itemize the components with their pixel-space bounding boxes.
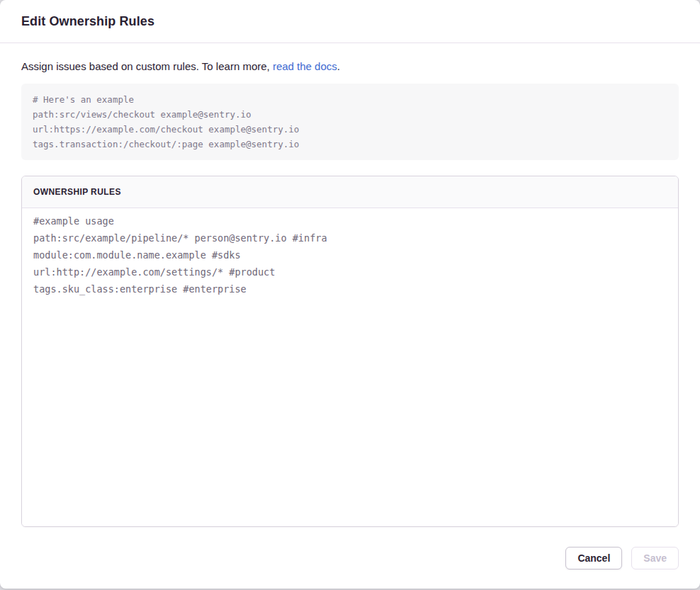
dialog-body: Assign issues based on custom rules. To … [0, 43, 700, 589]
example-code-block: # Here's an example path:src/views/check… [21, 84, 679, 160]
read-the-docs-link[interactable]: read the docs [273, 60, 337, 72]
description-text: Assign issues based on custom rules. To … [21, 59, 679, 74]
ownership-rules-panel: OWNERSHIP RULES #example usage path:src/… [21, 176, 679, 527]
description-before-link: Assign issues based on custom rules. To … [21, 60, 273, 72]
ownership-rules-panel-header: OWNERSHIP RULES [22, 176, 678, 208]
example-code-text: # Here's an example path:src/views/check… [33, 92, 667, 152]
edit-ownership-rules-dialog: Edit Ownership Rules Assign issues based… [0, 0, 700, 589]
dialog-header: Edit Ownership Rules [0, 0, 700, 43]
ownership-rules-panel-title: OWNERSHIP RULES [33, 187, 121, 197]
dialog-footer: Cancel Save [21, 527, 679, 569]
ownership-rules-editor[interactable]: #example usage path:src/example/pipeline… [22, 208, 678, 526]
dialog-title: Edit Ownership Rules [21, 14, 154, 29]
description-after-link: . [337, 60, 340, 72]
save-button[interactable]: Save [631, 547, 679, 569]
cancel-button[interactable]: Cancel [565, 547, 622, 569]
